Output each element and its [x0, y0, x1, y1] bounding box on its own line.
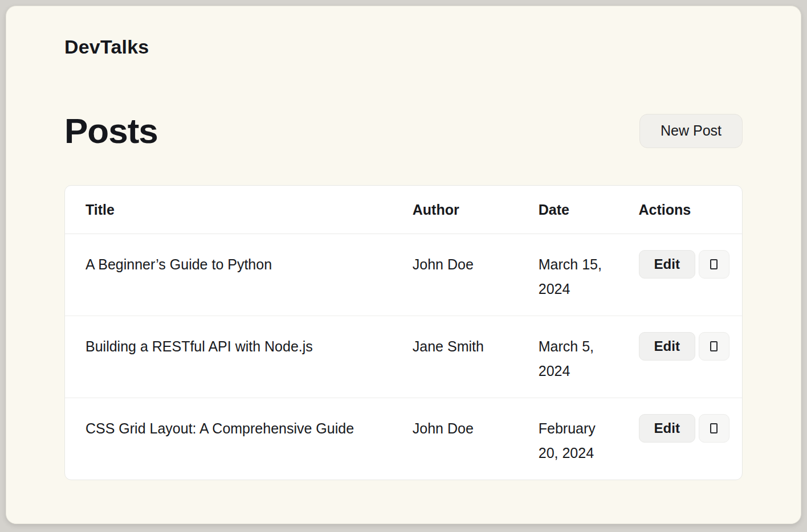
- post-author: Jane Smith: [392, 316, 518, 398]
- edit-button[interactable]: Edit: [639, 332, 695, 361]
- column-header-author: Author: [392, 186, 518, 234]
- page-header: Posts New Post: [64, 111, 743, 151]
- post-author: John Doe: [392, 234, 518, 316]
- table-row: A Beginner’s Guide to Python John Doe Ma…: [65, 234, 742, 316]
- table-row: Building a RESTful API with Node.js Jane…: [65, 316, 742, 398]
- page-title: Posts: [64, 111, 158, 151]
- column-header-title: Title: [65, 186, 392, 234]
- table-row: CSS Grid Layout: A Comprehensive Guide J…: [65, 398, 742, 480]
- edit-button[interactable]: Edit: [639, 414, 695, 443]
- post-title: Building a RESTful API with Node.js: [65, 316, 392, 398]
- posts-table: Title Author Date Actions A Beginner’s G…: [64, 185, 743, 480]
- table-header: Title Author Date Actions: [65, 186, 742, 234]
- post-title: A Beginner’s Guide to Python: [65, 234, 392, 316]
- post-actions: Edit: [618, 234, 742, 316]
- brand: DevTalks: [64, 36, 743, 58]
- post-actions: Edit: [618, 398, 742, 480]
- delete-icon: [710, 259, 718, 269]
- delete-icon: [710, 341, 718, 351]
- post-date: February 20, 2024: [518, 398, 618, 480]
- edit-button[interactable]: Edit: [639, 250, 695, 279]
- delete-icon: [710, 423, 718, 433]
- delete-button[interactable]: [699, 250, 729, 279]
- post-date: March 15, 2024: [518, 234, 618, 316]
- delete-button[interactable]: [699, 414, 729, 443]
- table-body: A Beginner’s Guide to Python John Doe Ma…: [65, 234, 742, 480]
- new-post-button[interactable]: New Post: [639, 114, 743, 148]
- app-panel: DevTalks Posts New Post Title Author Dat…: [6, 6, 801, 524]
- column-header-actions: Actions: [618, 186, 742, 234]
- post-date: March 5, 2024: [518, 316, 618, 398]
- delete-button[interactable]: [699, 332, 729, 361]
- post-actions: Edit: [618, 316, 742, 398]
- post-title: CSS Grid Layout: A Comprehensive Guide: [65, 398, 392, 480]
- column-header-date: Date: [518, 186, 618, 234]
- post-author: John Doe: [392, 398, 518, 480]
